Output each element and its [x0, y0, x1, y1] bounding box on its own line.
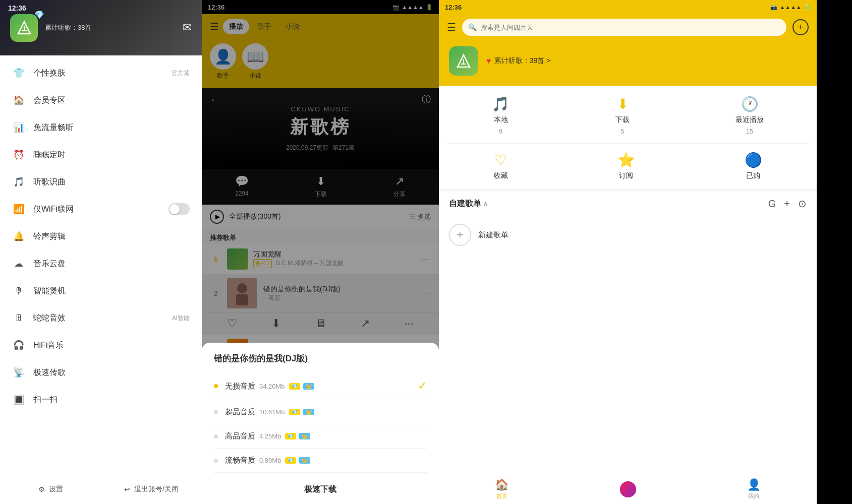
quality-icons-1: 💎 👑 — [289, 409, 314, 415]
menu-label-scan: 扫一扫 — [33, 395, 190, 405]
new-playlist-label: 新建歌单 — [478, 230, 508, 240]
nav-playing[interactable] — [565, 474, 691, 504]
right-playlist-title: 自建歌单 ∧ — [449, 199, 768, 209]
menu-label-snake: 蛇蛇音效 — [33, 313, 172, 324]
left-header-info: 累计听歌：38首 — [45, 23, 91, 32]
right-stats-row2: ♡ 收藏 ⭐ 订阅 🔵 已购 — [439, 144, 817, 188]
stat-icon-recent: 🕐 — [741, 96, 759, 112]
stat-item-collect[interactable]: ♡ 收藏 — [494, 152, 508, 180]
settings-playlist-icon[interactable]: ⊙ — [798, 198, 807, 210]
logout-icon: ↩ — [124, 485, 130, 493]
quality-dot-3 — [214, 459, 218, 463]
menu-icon-scan: 🔳 — [12, 393, 25, 406]
vip-gold-icon: 💎 — [289, 409, 300, 415]
menu-item-wifi[interactable]: 📶 仅WiFi联网 — [0, 196, 202, 223]
menu-icon-vip: 🏠 — [12, 94, 25, 107]
stat-item-recent[interactable]: 🕐 最近播放 15 — [735, 96, 764, 135]
quality-dot-2 — [214, 434, 218, 438]
quality-size-1: 10.61Mb — [259, 408, 285, 416]
menu-label-skin: 个性换肤 — [33, 68, 172, 79]
stat-item-purchased[interactable]: 🔵 已购 — [745, 152, 762, 180]
quality-row-3[interactable]: 流畅音质 0.80Mb 💎 👑 — [214, 449, 427, 473]
menu-item-snake[interactable]: 🎚 蛇蛇音效 AI智能 — [0, 304, 202, 332]
menu-item-recognize[interactable]: 🎵 听歌识曲 — [0, 168, 202, 196]
wifi-toggle[interactable] — [168, 203, 190, 215]
logout-label: 退出账号/关闭 — [134, 485, 179, 494]
menu-label-vip: 会员专区 — [33, 95, 190, 106]
quality-row-2[interactable]: 高品音质 4.25Mb 💎 👑 — [214, 424, 427, 449]
stat-icon-collect: ♡ — [494, 152, 507, 168]
left-avatar[interactable] — [10, 14, 38, 42]
nav-mine[interactable]: 👤 我的 — [691, 474, 817, 504]
stat-label-local: 本地 — [494, 115, 508, 124]
quality-row-1[interactable]: 超品音质 10.61Mb 💎 👑 — [214, 400, 427, 424]
right-add-button[interactable]: + — [792, 19, 809, 35]
stat-item-local[interactable]: 🎵 本地 9 — [492, 96, 509, 135]
right-top-bar: ☰ 🔍 + — [439, 14, 817, 40]
fast-download-button[interactable]: 极速下载 — [214, 475, 427, 504]
vip-blue-icon: 👑 — [303, 383, 314, 390]
vip-blue-icon: 👑 — [299, 433, 310, 439]
menu-label-recognize: 听歌识曲 — [33, 177, 190, 187]
mail-icon[interactable]: ✉ — [183, 21, 192, 34]
menu-item-scan[interactable]: 🔳 扫一扫 — [0, 386, 202, 413]
google-icon[interactable]: G — [768, 198, 776, 210]
settings-label: 设置 — [49, 485, 63, 494]
menu-item-skin[interactable]: 👕 个性换肤 官方黄 — [0, 59, 202, 87]
menu-item-cloud[interactable]: ☁ 音乐云盘 — [0, 250, 202, 277]
right-search-box[interactable]: 🔍 — [462, 19, 786, 36]
quality-size-2: 4.25Mb — [259, 432, 281, 440]
playlist-chevron-icon[interactable]: ∧ — [483, 200, 488, 207]
diamond-icon: 💎 — [34, 10, 44, 20]
nav-home[interactable]: 🏠 首页 — [439, 474, 565, 504]
right-search-input[interactable] — [481, 24, 780, 31]
stat-count-recent: 15 — [746, 128, 753, 135]
right-profile-banner: ♥ 累计听歌：38首 > — [439, 40, 817, 86]
right-heart-icon: ♥ — [486, 56, 491, 66]
right-user-count[interactable]: ♥ 累计听歌：38首 > — [486, 56, 550, 66]
menu-item-sleep[interactable]: ⏰ 睡眠定时 — [0, 141, 202, 168]
stat-icon-local: 🎵 — [492, 96, 509, 112]
left-header: 12:36 💎 累计听歌：38首 ✉ — [0, 0, 202, 55]
right-search-icon: 🔍 — [468, 23, 477, 31]
quality-dot-1 — [214, 410, 218, 414]
popup-title: 错的是你伤的是我(DJ版) — [214, 353, 427, 364]
download-quality-popup: 错的是你伤的是我(DJ版) 无损音质 34.20Mb 💎 👑 ✓ 超品音质 10… — [202, 343, 439, 504]
stat-label-download: 下载 — [615, 115, 630, 124]
menu-badge-skin: 官方黄 — [172, 69, 190, 78]
add-playlist-icon[interactable]: + — [784, 198, 790, 210]
new-playlist-button[interactable]: + 新建歌单 — [439, 216, 817, 254]
menu-icon-cloud: ☁ — [12, 257, 25, 270]
quality-size-0: 34.20Mb — [259, 383, 285, 390]
menu-label-sleep: 睡眠定时 — [33, 150, 190, 160]
quality-name-3: 流畅音质 — [225, 456, 255, 465]
quality-row-0[interactable]: 无损音质 34.20Mb 💎 👑 ✓ — [214, 372, 427, 400]
menu-item-ringtone[interactable]: 🔔 铃声剪辑 — [0, 223, 202, 250]
stat-icon-subscribe: ⭐ — [617, 152, 635, 168]
menu-item-fast[interactable]: 📡 极速传歌 — [0, 359, 202, 386]
plus-circle-icon: + — [449, 224, 471, 246]
quality-list: 无损音质 34.20Mb 💎 👑 ✓ 超品音质 10.61Mb 💎 👑 高品音质… — [214, 372, 427, 473]
menu-icon-fast: 📡 — [12, 366, 25, 379]
settings-button[interactable]: ⚙ 设置 — [0, 474, 101, 504]
menu-item-hifi[interactable]: 🎧 HiFi音乐 — [0, 332, 202, 359]
stat-label-recent: 最近播放 — [735, 115, 764, 124]
vip-blue-icon: 👑 — [299, 457, 310, 464]
vip-gold-icon: 💎 — [285, 433, 296, 439]
menu-item-smart[interactable]: 🎙 智能煲机 — [0, 277, 202, 304]
menu-label-hifi: HiFi音乐 — [33, 340, 190, 351]
stat-item-subscribe[interactable]: ⭐ 订阅 — [617, 152, 635, 180]
right-avatar[interactable] — [449, 46, 478, 76]
vip-gold-icon: 💎 — [289, 383, 300, 390]
right-hamburger-button[interactable]: ☰ — [447, 21, 456, 33]
menu-icon-free: 📊 — [12, 121, 25, 134]
logout-button[interactable]: ↩ 退出账号/关闭 — [101, 474, 202, 504]
left-menu-list: 👕 个性换肤 官方黄 🏠 会员专区 📊 免流量畅听 ⏰ 睡眠定时 🎵 听歌识曲 … — [0, 55, 202, 474]
menu-label-wifi: 仅WiFi联网 — [33, 204, 168, 215]
stat-item-download[interactable]: ⬇ 下载 5 — [615, 96, 630, 135]
menu-item-vip[interactable]: 🏠 会员专区 — [0, 87, 202, 114]
stat-count-local: 9 — [499, 128, 502, 135]
menu-label-free: 免流量畅听 — [33, 122, 190, 133]
stat-count-download: 5 — [620, 128, 624, 135]
menu-item-free[interactable]: 📊 免流量畅听 — [0, 114, 202, 141]
